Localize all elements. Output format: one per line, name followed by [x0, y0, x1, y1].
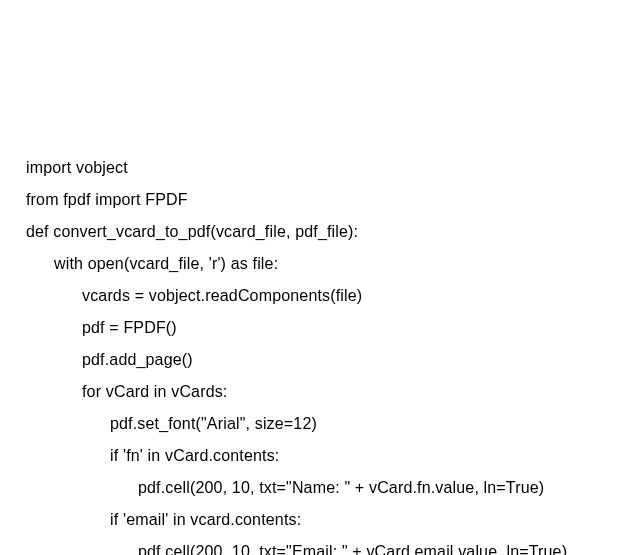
code-line-10: pdf.cell(200, 10, txt="Name: " + vCard.f…: [26, 472, 613, 504]
code-line-5: pdf = FPDF(): [26, 312, 613, 344]
code-block: import vobjectfrom fpdf import FPDFdef c…: [26, 152, 613, 555]
code-line-0: import vobject: [26, 152, 613, 184]
code-line-12: pdf.cell(200, 10, txt="Email: " + vCard.…: [26, 536, 613, 555]
code-line-7: for vCard in vCards:: [26, 376, 613, 408]
code-line-11: if 'email' in vcard.contents:: [26, 504, 613, 536]
code-line-1: from fpdf import FPDF: [26, 184, 613, 216]
code-line-9: if 'fn' in vCard.contents:: [26, 440, 613, 472]
code-line-6: pdf.add_page(): [26, 344, 613, 376]
code-line-3: with open(vcard_file, 'r') as file:: [26, 248, 613, 280]
code-line-2: def convert_vcard_to_pdf(vcard_file, pdf…: [26, 216, 613, 248]
code-line-4: vcards = vobject.readComponents(file): [26, 280, 613, 312]
code-line-8: pdf.set_font("Arial", size=12): [26, 408, 613, 440]
